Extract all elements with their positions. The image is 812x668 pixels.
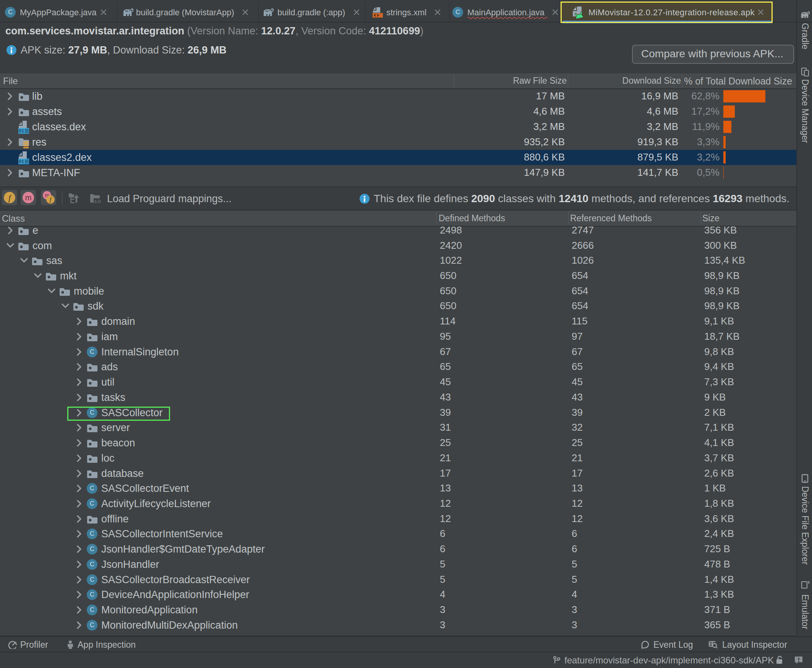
svg-text:C: C bbox=[8, 9, 13, 15]
svg-text:C: C bbox=[90, 576, 94, 583]
svg-text:C: C bbox=[90, 622, 94, 628]
svg-text:C: C bbox=[90, 546, 94, 552]
svg-text:C: C bbox=[90, 485, 94, 491]
svg-text:C: C bbox=[90, 530, 94, 537]
svg-text:C: C bbox=[90, 500, 94, 507]
svg-text:01: 01 bbox=[19, 159, 24, 164]
svg-text:a.b: a.b bbox=[94, 198, 101, 204]
svg-text:C: C bbox=[90, 561, 94, 568]
svg-text:C: C bbox=[90, 606, 94, 613]
svg-text:C: C bbox=[455, 9, 460, 15]
svg-text:C: C bbox=[90, 349, 94, 355]
svg-text:01: 01 bbox=[19, 128, 24, 134]
svg-text:C: C bbox=[90, 591, 94, 598]
svg-text:m: m bbox=[25, 194, 32, 202]
